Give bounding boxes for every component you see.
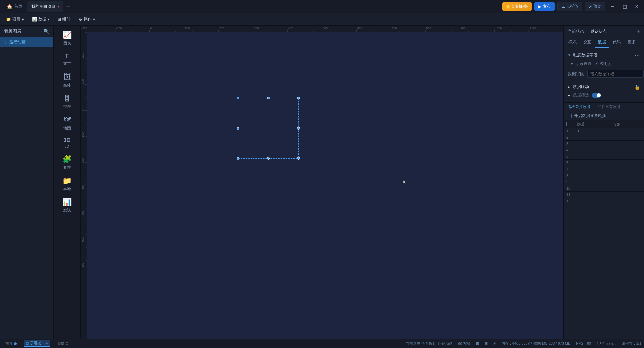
- widget-chart[interactable]: 📈 图表: [56, 28, 79, 48]
- right-panel-content: ▼ 动态数据字段 ⋯ ▼ 字段设置 - 不透明度 数据字段 ▶ 数据联动: [564, 48, 644, 339]
- publish-icon: ▶: [538, 4, 541, 9]
- row-number: 6: [564, 160, 574, 166]
- layer-panel-title: 看板图层: [4, 28, 44, 34]
- state-label: 当前状态：: [568, 29, 588, 34]
- fit-screen-icon[interactable]: ⊡: [476, 341, 479, 346]
- row-number: 5: [564, 153, 574, 160]
- publish-button[interactable]: ▶ 发布: [534, 2, 555, 11]
- menu-operations[interactable]: ⚙ 操作 ▾: [75, 15, 98, 23]
- widget-map[interactable]: 🗺 地图: [56, 113, 79, 133]
- data-filter-toggle[interactable]: [592, 93, 601, 98]
- tab-style[interactable]: 样式: [565, 37, 580, 48]
- cloud-button[interactable]: ☁ 云托管: [557, 2, 582, 11]
- tab-more[interactable]: 更多: [624, 37, 639, 48]
- tab-data[interactable]: 数据: [595, 37, 609, 48]
- tab-child-board[interactable]: □ 子看板1 +: [24, 340, 50, 347]
- tab-front[interactable]: 前景: [3, 340, 19, 347]
- widget-text[interactable]: T 文本: [56, 50, 79, 69]
- data-field-input[interactable]: [587, 70, 644, 78]
- home-tab[interactable]: 🏠 首页: [3, 1, 27, 12]
- preview-button[interactable]: ⤢ 预览: [585, 2, 605, 11]
- table-row: 9: [564, 179, 644, 185]
- row-extra: [612, 198, 644, 204]
- handle-middle-left[interactable]: [237, 127, 239, 130]
- chevron-down-icon: ▾: [22, 17, 24, 22]
- data-filter-row[interactable]: ▶ 数据筛选: [564, 91, 644, 99]
- data-icon: 📊: [32, 17, 37, 22]
- handle-bottom-left[interactable]: [237, 157, 239, 160]
- canvas-content[interactable]: [81, 32, 563, 339]
- data-linkage-row[interactable]: ▶ 数据联动 🔒: [564, 83, 644, 91]
- add-tab-icon[interactable]: +: [46, 341, 48, 345]
- menu-components[interactable]: ⊞ 组件: [54, 15, 74, 23]
- widget-control[interactable]: 🎛 控件: [56, 92, 79, 112]
- project-tab[interactable]: 我的空白项目 ●: [27, 1, 63, 12]
- canvas-drawing-area[interactable]: [87, 32, 563, 339]
- circle-indicator: [14, 342, 17, 345]
- sub-board-icon: □: [26, 341, 29, 345]
- restore-button[interactable]: ◻: [620, 2, 629, 11]
- dynamic-data-section[interactable]: ▼ 动态数据字段 ⋯: [564, 51, 644, 60]
- data-field-row: 数据字段: [564, 68, 644, 80]
- tab-background[interactable]: 背景: [54, 340, 71, 347]
- section-more-icon[interactable]: ⋯: [635, 52, 640, 58]
- handle-top-left[interactable]: [237, 97, 239, 99]
- table-row: 3: [564, 141, 644, 147]
- close-button[interactable]: ×: [632, 2, 641, 11]
- tab-component-own-data[interactable]: 组件自有数据: [594, 103, 624, 111]
- col-header-ste: Ste: [612, 120, 644, 128]
- minimize-button[interactable]: −: [608, 2, 617, 11]
- handle-top-center[interactable]: [267, 97, 270, 99]
- media-icon: 🖼: [63, 73, 71, 82]
- widget-3d[interactable]: 3D 3D: [56, 135, 79, 151]
- kit-icon: 🧩: [62, 155, 72, 164]
- right-tabs: 样式 交互 数据 代码 更多: [564, 37, 644, 48]
- handle-bottom-right[interactable]: [297, 157, 300, 160]
- col-header-data: 数据: [574, 120, 612, 128]
- row-extra: [612, 128, 644, 134]
- handle-middle-right[interactable]: [297, 127, 300, 130]
- handle-bottom-center[interactable]: [267, 157, 270, 160]
- layer-item-path-animation[interactable]: ▷ 路径动画: [0, 37, 53, 47]
- widget-local[interactable]: 📁 本地: [56, 174, 79, 194]
- row-extra: [612, 166, 644, 172]
- menu-project[interactable]: 📁 项目 ▾: [3, 15, 27, 23]
- row-extra: [612, 179, 644, 185]
- bottom-bar: 前景 □ 子看板1 + 背景 当前选中 子看板1 - 路径动画 69.79% ⊡…: [0, 339, 644, 348]
- fullscreen-icon[interactable]: ⤢: [493, 341, 496, 346]
- selection-box[interactable]: [238, 98, 299, 159]
- layer-type-icon: ▷: [4, 40, 7, 45]
- table-row: 1 0: [564, 128, 644, 134]
- field-settings-subsection[interactable]: ▼ 字段设置 - 不透明度: [564, 60, 644, 68]
- row-number: 8: [564, 172, 574, 179]
- toggle-dot: [597, 93, 601, 97]
- add-tab-button[interactable]: +: [64, 3, 72, 11]
- cursor-position: [403, 180, 407, 184]
- grid-icon[interactable]: ⊞: [485, 341, 488, 346]
- widget-media[interactable]: 🖼 媒体: [56, 70, 79, 90]
- preview-icon: ⤢: [589, 4, 592, 9]
- tab-code[interactable]: 代码: [609, 37, 624, 48]
- table-row: 8: [564, 172, 644, 179]
- row-value: [574, 172, 612, 179]
- customize-button[interactable]: ⭐ 定制服务: [502, 2, 532, 11]
- canvas-background: [87, 32, 563, 339]
- text-icon: T: [65, 52, 69, 60]
- menu-data[interactable]: 📊 数据 ▾: [29, 15, 53, 23]
- chevron-down-icon: ▾: [48, 17, 50, 22]
- handle-top-right[interactable]: [297, 97, 300, 99]
- widget-panel: 📈 图表 T 文本 🖼 媒体 🎛 控件 🗺 地图 3D 3D 🧩 套件 📁: [54, 26, 81, 339]
- rotation-checkbox[interactable]: [568, 114, 572, 118]
- widget-kit[interactable]: 🧩 套件: [56, 152, 79, 172]
- widget-default[interactable]: 📊 默认: [56, 195, 79, 215]
- tab-board-public-data[interactable]: 看板公共数据: [564, 103, 594, 111]
- search-icon[interactable]: 🔍: [44, 29, 49, 34]
- tab-interact[interactable]: 交互: [580, 37, 595, 48]
- row-value: [574, 166, 612, 172]
- add-state-button[interactable]: +: [636, 28, 640, 34]
- fps-info: FPS：60: [576, 341, 591, 346]
- select-all-checkbox[interactable]: [566, 122, 570, 126]
- canvas-area[interactable]: [81, 26, 563, 339]
- right-panel: 当前状态： 默认状态 + 样式 交互 数据 代码 更多 ▼ 动态数据字段 ⋯ ▼…: [563, 26, 644, 339]
- row-value: [574, 147, 612, 153]
